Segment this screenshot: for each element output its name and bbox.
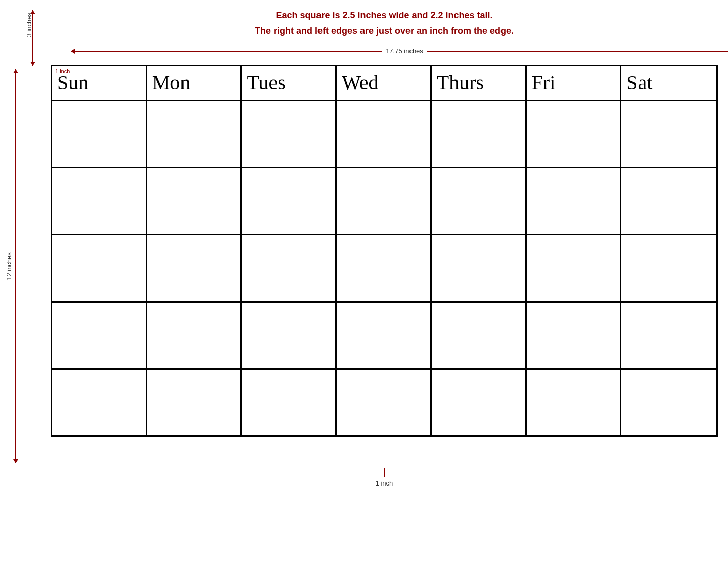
cell-r5-tue: [242, 370, 337, 435]
cell-r1-sat: [621, 101, 716, 167]
calendar-row-2: [52, 168, 716, 235]
top-height-annotation: 3 inches: [25, 10, 40, 66]
cell-r4-sun: [52, 303, 147, 368]
cell-r2-mon: [147, 168, 242, 234]
top-text-block: Each square is 2.5 inches wide and 2.2 i…: [255, 10, 514, 36]
day-header-sat: Sat: [621, 66, 716, 100]
day-label-sun: Sun: [57, 73, 88, 93]
cell-r3-thu: [432, 235, 527, 301]
calendar-row-3: [52, 235, 716, 303]
cell-r4-mon: [147, 303, 242, 368]
calendar-row-4: [52, 303, 716, 370]
cell-r1-wed: [337, 101, 432, 167]
cell-r3-wed: [337, 235, 432, 301]
width-label: 17.75 inches: [382, 47, 427, 55]
day-header-mon: Mon: [147, 66, 242, 100]
cell-r4-fri: [527, 303, 622, 368]
cell-r5-fri: [527, 370, 622, 435]
width-annotation: 17.75 inches: [71, 44, 728, 57]
twelve-inches-label: 12 inches: [5, 252, 13, 280]
top-text-line1: Each square is 2.5 inches wide and 2.2 i…: [255, 10, 514, 21]
day-label-fri: Fri: [532, 73, 556, 93]
main-layout: 12 inches 1 inch Sun Mon Tues: [10, 65, 718, 467]
cell-r1-mon: [147, 101, 242, 167]
calendar-body: [52, 101, 716, 435]
cell-r2-tue: [242, 168, 337, 234]
cell-r1-tue: [242, 101, 337, 167]
day-header-fri: Fri: [527, 66, 622, 100]
day-label-sat: Sat: [626, 73, 652, 93]
cell-r2-fri: [527, 168, 622, 234]
three-inches-label: 3 inches: [25, 13, 33, 37]
day-header-wed: Wed: [337, 66, 432, 100]
day-label-tue: Tues: [247, 73, 285, 93]
day-label-thu: Thurs: [437, 73, 484, 93]
cell-r2-sun: [52, 168, 147, 234]
bottom-annotation: 1 inch: [51, 468, 718, 487]
cell-r3-sat: [621, 235, 716, 301]
calendar-header: 1 inch Sun Mon Tues Wed Thurs: [52, 66, 716, 101]
cell-r3-sun: [52, 235, 147, 301]
day-label-wed: Wed: [342, 73, 378, 93]
cell-r4-tue: [242, 303, 337, 368]
day-header-thu: Thurs: [432, 66, 527, 100]
cell-r5-wed: [337, 370, 432, 435]
cell-r3-fri: [527, 235, 622, 301]
bottom-label: 1 inch: [376, 479, 393, 487]
cell-r3-mon: [147, 235, 242, 301]
cell-r4-sat: [621, 303, 716, 368]
cell-r2-wed: [337, 168, 432, 234]
day-label-mon: Mon: [152, 73, 191, 93]
cell-r5-sun: [52, 370, 147, 435]
cell-r1-fri: [527, 101, 622, 167]
bottom-tick-container: 1 inch: [376, 468, 393, 487]
page-wrapper: 3 inches Each square is 2.5 inches wide …: [0, 0, 728, 582]
one-inch-label: 1 inch: [55, 68, 70, 74]
bottom-tick-line: [384, 468, 385, 477]
cell-r1-thu: [432, 101, 527, 167]
cell-r1-sun: [52, 101, 147, 167]
cell-r3-tue: [242, 235, 337, 301]
cell-r4-wed: [337, 303, 432, 368]
cell-r5-sat: [621, 370, 716, 435]
cell-r5-mon: [147, 370, 242, 435]
day-header-sun: 1 inch Sun: [52, 66, 147, 100]
cell-r2-sat: [621, 168, 716, 234]
cell-r2-thu: [432, 168, 527, 234]
calendar-row-5: [52, 370, 716, 435]
calendar-row-1: [52, 101, 716, 168]
day-header-tue: Tues: [242, 66, 337, 100]
calendar-grid: 1 inch Sun Mon Tues Wed Thurs: [51, 65, 718, 437]
top-text-line2: The right and left edges are just over a…: [255, 26, 514, 36]
cell-r4-thu: [432, 303, 527, 368]
cell-r5-thu: [432, 370, 527, 435]
main-height-annotation: 12 inches: [15, 65, 16, 467]
top-annotations: 3 inches Each square is 2.5 inches wide …: [10, 10, 718, 60]
